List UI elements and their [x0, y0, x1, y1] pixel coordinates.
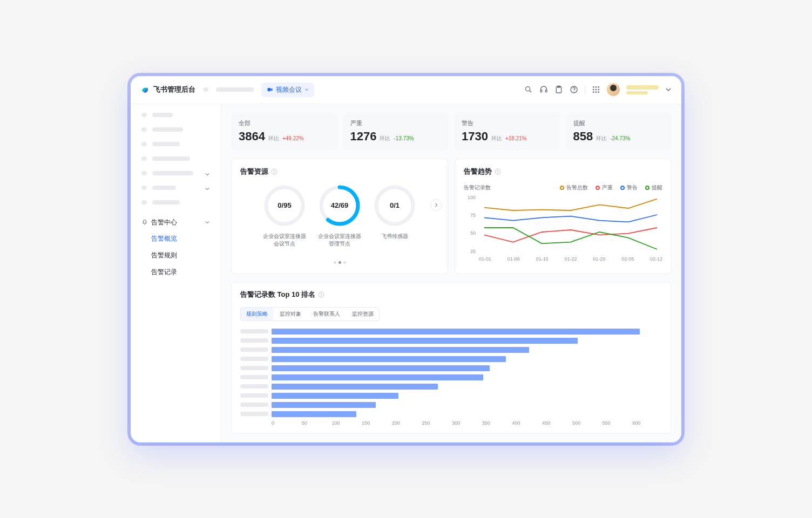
panel-title: 告警资源	[240, 167, 268, 176]
legend-item[interactable]: 严重	[596, 184, 613, 192]
svg-text:?: ?	[497, 169, 499, 173]
bar-label-skeleton	[240, 329, 268, 333]
bar-fill	[272, 402, 376, 408]
bar-label-skeleton	[240, 347, 268, 352]
header: 飞书管理后台 视频会议	[131, 76, 681, 104]
bar-fill	[272, 384, 438, 390]
panel-trend: 告警趋势? 告警记录数 告警总数严重警告提醒 100755025 01-0101…	[455, 159, 672, 274]
bar-label-skeleton	[240, 403, 268, 407]
kpi-grid: 全部3864环比+49.22%严重1276环比-13.73%警告1730环比+1…	[231, 113, 672, 150]
chevron-down-icon	[205, 220, 210, 225]
ring-value: 0/1	[373, 184, 416, 227]
ring-carousel: 0/95企业会议室连接器会议节点42/69企业会议室连接器管理节点0/1飞书传感…	[240, 184, 439, 248]
bar-row	[240, 402, 662, 408]
ring-item: 42/69企业会议室连接器管理节点	[318, 184, 361, 248]
bar-row	[240, 393, 662, 399]
clipboard-icon[interactable]	[554, 85, 563, 94]
legend-item[interactable]: 提醒	[645, 184, 662, 192]
legend-item[interactable]: 警告	[620, 184, 638, 192]
panel-title: 告警记录数 Top 10 排名	[240, 290, 315, 299]
bar-fill	[272, 393, 398, 399]
chevron-down-icon[interactable]	[665, 85, 672, 94]
bar-fill	[272, 347, 529, 353]
breadcrumb-pill[interactable]: 视频会议	[261, 83, 314, 97]
sidebar-section-label: 告警中心	[151, 218, 177, 227]
carousel-dots	[240, 256, 439, 266]
bar-row	[240, 347, 662, 353]
svg-point-12	[596, 89, 597, 91]
sidebar: 告警中心 告警概览告警规则告警记录	[131, 104, 221, 442]
svg-point-11	[593, 89, 594, 91]
help-icon[interactable]: ?	[271, 168, 278, 175]
bell-icon	[141, 219, 148, 226]
headset-icon[interactable]	[539, 85, 548, 94]
bar-label-skeleton	[240, 412, 268, 416]
bar-fill	[272, 411, 356, 417]
ring-label: 飞书传感器	[373, 233, 416, 240]
kpi-ratio-label: 环比	[268, 135, 279, 142]
bar-fill	[272, 329, 640, 335]
tab[interactable]: 规则策略	[241, 308, 273, 321]
legend-item[interactable]: 告警总数	[560, 184, 588, 192]
svg-text:?: ?	[320, 292, 322, 296]
kpi-pct: -24.73%	[610, 135, 630, 141]
svg-point-14	[593, 91, 594, 93]
bar-row	[240, 384, 662, 390]
user-info	[626, 85, 659, 94]
bar-row	[240, 374, 662, 380]
kpi-label: 提醒	[573, 119, 665, 127]
ring-item: 0/95企业会议室连接器会议节点	[263, 184, 306, 248]
kpi-card: 提醒858环比-24.73%	[566, 113, 672, 150]
svg-point-13	[598, 89, 599, 91]
bar-label-skeleton	[240, 393, 268, 398]
bar-label-skeleton	[240, 338, 268, 343]
search-icon[interactable]	[524, 85, 533, 94]
carousel-next-button[interactable]	[430, 199, 442, 211]
bar-row	[240, 329, 662, 335]
help-icon[interactable]	[570, 85, 578, 94]
main-content: 全部3864环比+49.22%严重1276环比-13.73%警告1730环比+1…	[221, 104, 681, 442]
tab[interactable]: 告警联系人	[308, 308, 346, 321]
skeleton	[203, 87, 208, 92]
brand-text: 飞书管理后台	[153, 85, 195, 94]
kpi-card: 警告1730环比+18.21%	[454, 113, 560, 150]
video-icon	[267, 86, 273, 93]
svg-rect-2	[540, 90, 542, 92]
app-frame: 飞书管理后台 视频会议	[131, 76, 681, 442]
sidebar-item[interactable]: 告警概览	[136, 230, 215, 247]
chevron-down-icon	[304, 87, 309, 92]
svg-point-9	[596, 86, 597, 88]
svg-rect-3	[545, 90, 547, 92]
kpi-label: 严重	[350, 119, 442, 127]
chevron-down-icon	[205, 172, 210, 177]
svg-rect-0	[268, 88, 271, 91]
chevron-down-icon	[205, 186, 210, 192]
sidebar-item[interactable]: 告警规则	[136, 247, 215, 264]
bar-label-skeleton	[240, 366, 268, 370]
kpi-ratio-label: 环比	[596, 135, 607, 142]
y-axis-title: 告警记录数	[464, 184, 491, 192]
tab[interactable]: 监控对象	[274, 308, 307, 321]
brand-icon	[140, 85, 150, 94]
sidebar-item[interactable]: 告警记录	[136, 264, 215, 281]
bar-row	[240, 356, 662, 362]
kpi-pct: -13.73%	[394, 135, 414, 141]
avatar[interactable]	[607, 83, 620, 96]
tab[interactable]: 监控资源	[347, 308, 379, 321]
svg-point-10	[598, 86, 599, 88]
svg-point-1	[526, 87, 530, 91]
skeleton	[216, 87, 254, 92]
apps-icon[interactable]	[592, 85, 600, 94]
kpi-ratio-label: 环比	[380, 135, 390, 142]
sidebar-section-alert[interactable]: 告警中心	[136, 215, 215, 230]
help-icon[interactable]: ?	[495, 168, 501, 175]
breadcrumb-pill-label: 视频会议	[276, 85, 302, 94]
svg-point-8	[593, 86, 594, 88]
kpi-pct: +18.21%	[505, 135, 527, 141]
bar-chart	[240, 329, 662, 417]
bar-fill	[272, 374, 483, 380]
help-icon[interactable]: ?	[318, 291, 324, 298]
kpi-label: 全部	[239, 119, 330, 127]
svg-point-15	[596, 91, 597, 93]
ring-value: 42/69	[318, 184, 361, 227]
